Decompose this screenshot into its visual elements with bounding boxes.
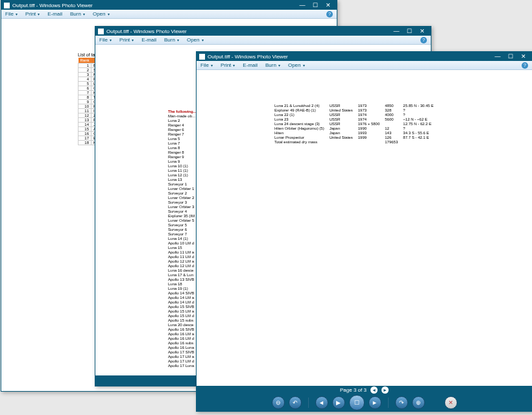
cell-name: Explorer 49 (RAE-B) (1) [274, 108, 330, 113]
list-header: The following... [168, 110, 197, 114]
list-item: Ranger 7 [168, 132, 197, 137]
table-row: Total estimated dry mass179653 [274, 140, 439, 145]
slideshow-button[interactable]: ☐ [349, 395, 365, 410]
cell-name: Total estimated dry mass [274, 140, 330, 145]
menubar-3: File▾ Print▾ E-mail Burn▾ Open▾ ? [197, 61, 532, 70]
maximize-button[interactable]: ☐ [312, 2, 319, 8]
titlebar-1[interactable]: Output.tiff - Windows Photo Viewer — ☐ ✕ [1, 1, 337, 10]
minimize-button[interactable]: — [393, 28, 400, 34]
chevron-down-icon: ▾ [177, 38, 179, 42]
cell-year [358, 140, 385, 145]
delete-icon: ✕ [448, 399, 453, 406]
list-item: Apollo 11 LM d [168, 255, 197, 259]
prev-page-button[interactable]: ◄ [370, 386, 378, 394]
list-item: Apollo 14 LM a [168, 296, 197, 300]
list-item: Apollo 16 SIVB [168, 327, 197, 332]
content-3: Luna 21 & Lunokhod 2 (4)USSR1973485025.8… [197, 70, 532, 386]
minimize-button[interactable]: — [299, 2, 306, 8]
zoom-out-button[interactable]: ⊖ [272, 396, 285, 409]
app-icon [4, 3, 10, 8]
maximize-button[interactable]: ☐ [406, 28, 413, 34]
rank-cell: 18 [79, 141, 91, 145]
minimize-button[interactable]: — [494, 53, 501, 60]
rank-cell: 1 [79, 64, 91, 68]
menu-burn[interactable]: Burn▾ [70, 11, 85, 17]
menu-print[interactable]: Print▾ [221, 62, 235, 68]
menu-print[interactable]: Print▾ [119, 37, 134, 43]
cell-name: Hiten Orbiter (Hagoromo) (5) [274, 126, 330, 131]
cell-name: Luna 22 (1) [274, 113, 330, 117]
list-item: Ranger 9 [168, 155, 197, 160]
list-item: Lunar Orbiter 1 [168, 187, 197, 191]
list-item: Luna 2 [168, 119, 197, 123]
chevron-down-icon: ▾ [303, 63, 305, 67]
close-button[interactable]: ✕ [419, 28, 426, 34]
menu-file[interactable]: File▾ [99, 37, 112, 43]
menu-open[interactable]: Open▾ [93, 11, 110, 17]
menu-open[interactable]: Open▾ [187, 37, 204, 43]
menu-email[interactable]: E-mail [141, 37, 156, 43]
menu-open[interactable]: Open▾ [288, 62, 305, 68]
table-row: Hiten Orbiter (Hagoromo) (5)Japan199012? [274, 126, 439, 131]
help-button[interactable]: ? [326, 11, 333, 18]
prev-button[interactable]: ◄ [315, 396, 328, 409]
titlebar-3[interactable]: Output.tiff - Windows Photo Viewer — ☐ ✕ [197, 52, 532, 61]
rotate-cw-button[interactable]: ↷ [395, 396, 408, 409]
rotate-ccw-icon: ↶ [293, 399, 298, 406]
maximize-button[interactable]: ☐ [507, 53, 514, 60]
cell-mass: 328 [385, 108, 403, 113]
cell-mass: 126 [385, 136, 403, 140]
cell-country: USSR [330, 104, 358, 108]
title-text: Output.tiff - Windows Photo Viewer [208, 54, 494, 60]
menu-file[interactable]: File▾ [5, 11, 18, 17]
help-button[interactable]: ? [522, 62, 528, 69]
cell-year: 1990 [358, 126, 385, 131]
play-button[interactable]: ▶ [332, 396, 345, 409]
list-item: Luna 5 [168, 137, 197, 141]
cell-country: Japan [330, 131, 358, 136]
rank-cell: 14 [79, 123, 91, 127]
list-item: Surveyor 7 [168, 232, 197, 237]
menu-burn[interactable]: Burn▾ [265, 62, 280, 68]
table-row: Lunar ProspectorUnited States199912687.7… [274, 136, 439, 140]
list-item: Apollo 15 SIVB [168, 305, 197, 309]
rank-cell: 11 [79, 109, 91, 113]
cell-year: 1973 [358, 104, 385, 108]
rank-cell: 6 [79, 86, 91, 91]
cell-mass: 5600 [385, 117, 403, 122]
titlebar-2[interactable]: Output.tiff - Windows Photo Viewer — ☐ ✕ [95, 27, 431, 36]
cell-mass: 12 [385, 126, 403, 131]
cell-coords: 87.7 S - 42.1 E [403, 136, 439, 140]
list-item: Luna 19 (1) [168, 287, 197, 291]
zoom-in-icon: ⊕ [416, 399, 421, 406]
menu-email[interactable]: E-mail [47, 11, 62, 17]
next-page-button[interactable]: ► [381, 386, 389, 394]
menu-email[interactable]: E-mail [243, 62, 258, 68]
menu-file[interactable]: File▾ [200, 62, 213, 68]
zoom-out-icon: ⊖ [276, 399, 281, 406]
close-button[interactable]: ✕ [325, 2, 332, 8]
cell-mass: 179653 [385, 140, 403, 145]
rank-cell: 16 [79, 132, 91, 136]
help-button[interactable]: ? [420, 37, 427, 43]
cell-year: 1993 [358, 131, 385, 136]
delete-button[interactable]: ✕ [444, 396, 457, 409]
list-item: Apollo 11 LM a [168, 250, 197, 255]
list-item: Luna 12 (1) [168, 173, 197, 178]
zoom-in-button[interactable]: ⊕ [412, 396, 425, 409]
title-text: Output.tiff - Windows Photo Viewer [12, 3, 299, 8]
list-item: Surveyor 4 [168, 209, 197, 214]
chevron-down-icon: ▾ [38, 12, 40, 16]
separator [388, 397, 389, 408]
menu-print[interactable]: Print▾ [25, 11, 40, 17]
rotate-ccw-button[interactable]: ↶ [289, 396, 302, 409]
list-item: Surveyor 1 [168, 182, 197, 187]
close-button[interactable]: ✕ [520, 53, 527, 60]
cell-coords: ~12 N - ~62 E [403, 117, 439, 122]
window-3: Output.tiff - Windows Photo Viewer — ☐ ✕… [196, 51, 532, 412]
rank-cell: 8 [79, 95, 91, 100]
menu-burn[interactable]: Burn▾ [164, 37, 179, 43]
rank-cell: 5 [79, 82, 91, 86]
next-button[interactable]: ► [369, 396, 381, 409]
list-item: Apollo 16 Luna [168, 346, 197, 350]
